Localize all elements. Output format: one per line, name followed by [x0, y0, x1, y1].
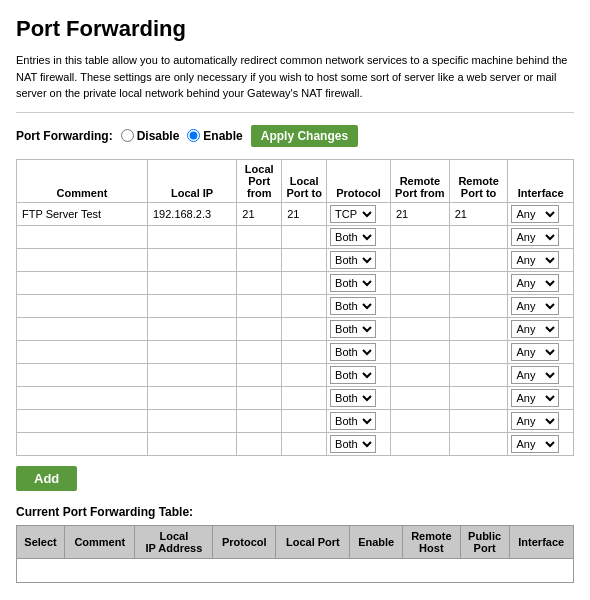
interface-select[interactable]: AnyWANLAN [511, 205, 559, 223]
remote-port-from-input[interactable] [394, 343, 446, 361]
local-ip-input[interactable] [151, 435, 233, 453]
port-from-input[interactable] [240, 435, 278, 453]
local-ip-input[interactable] [151, 297, 233, 315]
comment-input[interactable] [20, 389, 144, 407]
local-ip-input[interactable] [151, 274, 233, 292]
port-to-input[interactable] [285, 320, 323, 338]
remote-port-from-input[interactable] [394, 274, 446, 292]
port-to-input[interactable] [285, 251, 323, 269]
port-to-input[interactable] [285, 412, 323, 430]
protocol-select[interactable]: TCPUDPBoth [330, 389, 376, 407]
port-to-input[interactable] [285, 274, 323, 292]
th-protocol: Protocol [327, 159, 391, 202]
interface-select[interactable]: AnyWANLAN [511, 389, 559, 407]
table-row: TCPUDPBothAnyWANLAN [17, 432, 574, 455]
interface-select[interactable]: AnyWANLAN [511, 366, 559, 384]
port-to-input[interactable] [285, 435, 323, 453]
local-ip-input[interactable] [151, 320, 233, 338]
port-from-input[interactable] [240, 228, 278, 246]
enable-radio[interactable] [187, 129, 200, 142]
interface-select[interactable]: AnyWANLAN [511, 228, 559, 246]
remote-port-to-input[interactable] [453, 343, 505, 361]
protocol-select[interactable]: TCPUDPBoth [330, 297, 376, 315]
local-ip-input[interactable] [151, 251, 233, 269]
port-from-input[interactable] [240, 251, 278, 269]
remote-port-to-input[interactable] [453, 435, 505, 453]
th-local-port-to: LocalPort to [282, 159, 327, 202]
remote-port-to-input[interactable] [453, 251, 505, 269]
protocol-select[interactable]: TCPUDPBoth [330, 343, 376, 361]
protocol-select[interactable]: TCPUDPBoth [330, 228, 376, 246]
protocol-select[interactable]: TCPUDPBoth [330, 251, 376, 269]
local-ip-input[interactable] [151, 389, 233, 407]
remote-port-from-input[interactable] [394, 205, 446, 223]
disable-radio-label[interactable]: Disable [121, 129, 180, 143]
port-from-input[interactable] [240, 366, 278, 384]
port-from-input[interactable] [240, 412, 278, 430]
port-to-input[interactable] [285, 343, 323, 361]
local-ip-input[interactable] [151, 412, 233, 430]
apply-changes-button[interactable]: Apply Changes [251, 125, 358, 147]
port-to-input[interactable] [285, 366, 323, 384]
remote-port-from-input[interactable] [394, 389, 446, 407]
port-to-input[interactable] [285, 297, 323, 315]
interface-select[interactable]: AnyWANLAN [511, 343, 559, 361]
remote-port-from-input[interactable] [394, 297, 446, 315]
port-to-input[interactable] [285, 228, 323, 246]
interface-select[interactable]: AnyWANLAN [511, 297, 559, 315]
protocol-select[interactable]: TCPUDPBoth [330, 435, 376, 453]
remote-port-to-input[interactable] [453, 297, 505, 315]
comment-input[interactable] [20, 412, 144, 430]
enable-radio-label[interactable]: Enable [187, 129, 242, 143]
remote-port-from-input[interactable] [394, 251, 446, 269]
interface-select[interactable]: AnyWANLAN [511, 274, 559, 292]
remote-port-to-input[interactable] [453, 274, 505, 292]
comment-input[interactable] [20, 274, 144, 292]
comment-input[interactable] [20, 228, 144, 246]
disable-radio[interactable] [121, 129, 134, 142]
port-from-input[interactable] [240, 389, 278, 407]
comment-input[interactable] [20, 297, 144, 315]
port-to-input[interactable] [285, 205, 323, 223]
local-ip-input[interactable] [151, 205, 233, 223]
port-from-input[interactable] [240, 343, 278, 361]
port-from-input[interactable] [240, 205, 278, 223]
interface-select[interactable]: AnyWANLAN [511, 412, 559, 430]
cth-select: Select [17, 525, 65, 558]
add-button[interactable]: Add [16, 466, 77, 491]
comment-input[interactable] [20, 251, 144, 269]
remote-port-from-input[interactable] [394, 435, 446, 453]
protocol-select[interactable]: TCPUDPBoth [330, 366, 376, 384]
remote-port-from-input[interactable] [394, 412, 446, 430]
interface-select[interactable]: AnyWANLAN [511, 435, 559, 453]
local-ip-input[interactable] [151, 228, 233, 246]
protocol-select[interactable]: TCPUDPBoth [330, 320, 376, 338]
enable-label: Enable [203, 129, 242, 143]
local-ip-input[interactable] [151, 343, 233, 361]
port-from-input[interactable] [240, 297, 278, 315]
remote-port-to-input[interactable] [453, 205, 505, 223]
comment-input[interactable] [20, 320, 144, 338]
remote-port-to-input[interactable] [453, 228, 505, 246]
protocol-select[interactable]: TCPUDPBoth [330, 412, 376, 430]
interface-select[interactable]: AnyWANLAN [511, 320, 559, 338]
table-row: TCPUDPBothAnyWANLAN [17, 340, 574, 363]
comment-input[interactable] [20, 205, 144, 223]
comment-input[interactable] [20, 343, 144, 361]
remote-port-from-input[interactable] [394, 366, 446, 384]
protocol-select[interactable]: TCPUDPBoth [330, 205, 376, 223]
local-ip-input[interactable] [151, 366, 233, 384]
port-from-input[interactable] [240, 274, 278, 292]
remote-port-to-input[interactable] [453, 366, 505, 384]
protocol-select[interactable]: TCPUDPBoth [330, 274, 376, 292]
remote-port-to-input[interactable] [453, 389, 505, 407]
comment-input[interactable] [20, 366, 144, 384]
remote-port-to-input[interactable] [453, 412, 505, 430]
port-from-input[interactable] [240, 320, 278, 338]
remote-port-from-input[interactable] [394, 228, 446, 246]
remote-port-to-input[interactable] [453, 320, 505, 338]
interface-select[interactable]: AnyWANLAN [511, 251, 559, 269]
comment-input[interactable] [20, 435, 144, 453]
remote-port-from-input[interactable] [394, 320, 446, 338]
port-to-input[interactable] [285, 389, 323, 407]
